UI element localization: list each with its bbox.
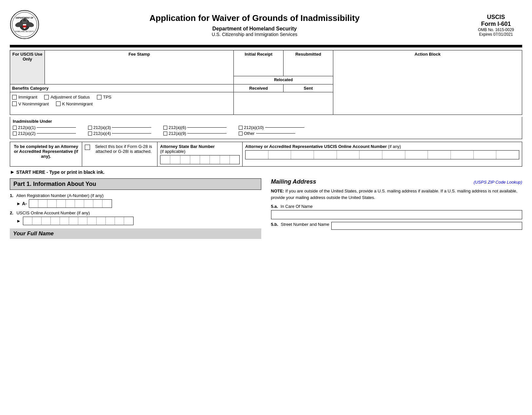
g28-checkbox[interactable] (85, 145, 90, 150)
inadmissible-212a2[interactable]: 212(a)(2) (13, 131, 85, 136)
benefit-row-2: V Nonimmigrant K Nonimmigrant (12, 101, 231, 107)
adjustment-checkbox[interactable] (44, 95, 49, 99)
mailing-title: Mailing Address (271, 178, 316, 185)
212a1-checkbox[interactable] (13, 126, 17, 130)
left-column: Part 1. Information About You 1. Alien R… (10, 178, 261, 239)
other-checkbox[interactable] (239, 132, 243, 135)
right-column: Mailing Address (USPS ZIP Code Lookup) N… (271, 178, 523, 239)
field-1-label: 1. Alien Registration Number (A-Number) … (10, 193, 261, 198)
mailing-note: NOTE: If you are outside of the United S… (271, 188, 523, 201)
omb-number: OMB No. 1615-0029 (470, 27, 522, 32)
usps-zip-link[interactable]: (USPS ZIP Code Lookup) (474, 180, 522, 185)
form-main-title: Application for Waiver of Grounds of Ina… (39, 13, 470, 23)
initial-receipt-cell: Initial Receipt (234, 50, 284, 76)
in-care-of-input[interactable] (271, 210, 523, 219)
field-5b-row: 5.b. Street Number and Name (271, 222, 523, 230)
uscis-online-input[interactable] (23, 217, 134, 225)
resubmitted-cell: Resubmitted (284, 50, 333, 76)
benefit-immigrant[interactable]: Immigrant (12, 95, 37, 99)
inadmissible-212a10[interactable]: 212(a)(10) (239, 125, 311, 130)
212a4-checkbox[interactable] (88, 132, 92, 135)
212a9-checkbox[interactable] (163, 132, 167, 135)
tps-checkbox[interactable] (97, 95, 101, 99)
agency-name: U.S. Citizenship and Immigration Service… (39, 32, 470, 37)
benefit-k-nonimmigrant[interactable]: K Nonimmigrant (56, 101, 93, 106)
field-5a-row: 5.a. In Care Of Name (271, 204, 523, 219)
field-5a-label: 5.a. In Care Of Name (271, 204, 523, 209)
street-number-input[interactable] (331, 222, 522, 230)
uscis-use-table: For USCIS Use Only Fee Stamp Initial Rec… (10, 50, 522, 115)
form-info-block: USCIS Form I-601 OMB No. 1615-0029 Expir… (470, 14, 522, 37)
inadmissible-212a1[interactable]: 212(a)(1) (13, 125, 85, 130)
main-content-grid: Part 1. Information About You 1. Alien R… (10, 178, 522, 239)
benefit-adjustment[interactable]: Adjustment of Status (44, 95, 90, 99)
received-label: Received (234, 84, 284, 92)
agency-logo: DEPARTMENT OF HOMELAND SECURITY (10, 10, 39, 40)
street-number-row: 5.b. Street Number and Name (271, 222, 523, 230)
your-full-name-header: Your Full Name (10, 228, 261, 239)
inadmissible-row-2: 212(a)(2) 212(a)(4) 212(a)(9) Other (13, 131, 519, 136)
attorney-table: To be completed by an Attorney or Accred… (10, 142, 522, 167)
sent-label: Sent (284, 84, 333, 92)
benefit-row-1: Immigrant Adjustment of Status TPS (12, 95, 231, 100)
field-2-label: 2. USCIS Online Account Number (if any) (10, 210, 261, 215)
part1-header: Part 1. Information About You (10, 178, 261, 190)
inadmissible-title: Inadmissible Under (13, 119, 519, 124)
212a3-checkbox[interactable] (88, 126, 92, 130)
uscis-label: USCIS (470, 14, 522, 21)
inadmissible-other[interactable]: Other (239, 131, 311, 136)
field-1-row: 1. Alien Registration Number (A-Number) … (10, 193, 261, 208)
form-number: Form I-601 (470, 21, 522, 27)
benefits-checkboxes-cell: Immigrant Adjustment of Status TPS V Non… (10, 92, 234, 115)
a-number-input[interactable] (29, 199, 112, 208)
benefit-v-nonimmigrant[interactable]: V Nonimmigrant (12, 101, 49, 106)
k-nonimmigrant-checkbox[interactable] (56, 101, 61, 106)
relocated-cell: Relocated (234, 76, 333, 84)
svg-rect-10 (23, 26, 27, 27)
attorney-bar-cell: Attorney State Bar Number (if applicable… (157, 142, 243, 167)
a-prefix: ► A- (16, 201, 27, 206)
start-here-line: ► START HERE - Type or print in black in… (10, 169, 522, 175)
attorney-checkbox-cell: Select this box if Form G-28 is attached… (82, 142, 157, 167)
inadmissible-section: Inadmissible Under 212(a)(1) 212(a)(3) 2… (10, 117, 522, 139)
start-here-text: START HERE - Type or print in black ink. (16, 170, 104, 175)
inadmissible-212a6[interactable]: 212(a)(6) (163, 125, 235, 130)
inadmissible-row-1: 212(a)(1) 212(a)(3) 212(a)(6) 212(a)(10) (13, 125, 519, 130)
fee-stamp-cell: Fee Stamp (45, 50, 234, 84)
for-uscis-cell: For USCIS Use Only (10, 50, 45, 84)
expiry-date: Expires 07/31/2021 (470, 32, 522, 37)
field-2-row: 2. USCIS Online Account Number (if any) … (10, 210, 261, 225)
v-nonimmigrant-checkbox[interactable] (12, 101, 17, 106)
mailing-address-header: Mailing Address (USPS ZIP Code Lookup) (271, 178, 523, 185)
a-number-row: ► A- (16, 199, 261, 208)
svg-text:HOMELAND SECURITY: HOMELAND SECURITY (15, 30, 34, 32)
benefits-category-label: Benefits Category (10, 84, 234, 92)
header-divider (10, 45, 522, 47)
attorney-online-cell: Attorney or Accredited Representative US… (243, 142, 522, 167)
attorney-left-cell: To be completed by an Attorney or Accred… (10, 142, 82, 167)
department-name: Department of Homeland Security (39, 26, 470, 32)
212a6-checkbox[interactable] (163, 126, 167, 130)
212a10-checkbox[interactable] (239, 126, 243, 130)
inadmissible-212a4[interactable]: 212(a)(4) (88, 131, 160, 136)
page-header: DEPARTMENT OF HOMELAND SECURITY Applicat… (10, 7, 522, 42)
form-title-block: Application for Waiver of Grounds of Ina… (39, 13, 470, 37)
212a2-checkbox[interactable] (13, 132, 17, 135)
inadmissible-212a3[interactable]: 212(a)(3) (88, 125, 160, 130)
uscis-arrow: ► (16, 218, 21, 224)
immigrant-checkbox[interactable] (12, 95, 17, 99)
received-sent-empty (234, 92, 333, 115)
action-block-cell: Action Block (333, 50, 522, 115)
inadmissible-212a9[interactable]: 212(a)(9) (163, 131, 235, 136)
benefit-tps[interactable]: TPS (97, 95, 111, 99)
start-here-arrow: ► (10, 169, 15, 175)
uscis-online-row: ► (16, 217, 261, 225)
